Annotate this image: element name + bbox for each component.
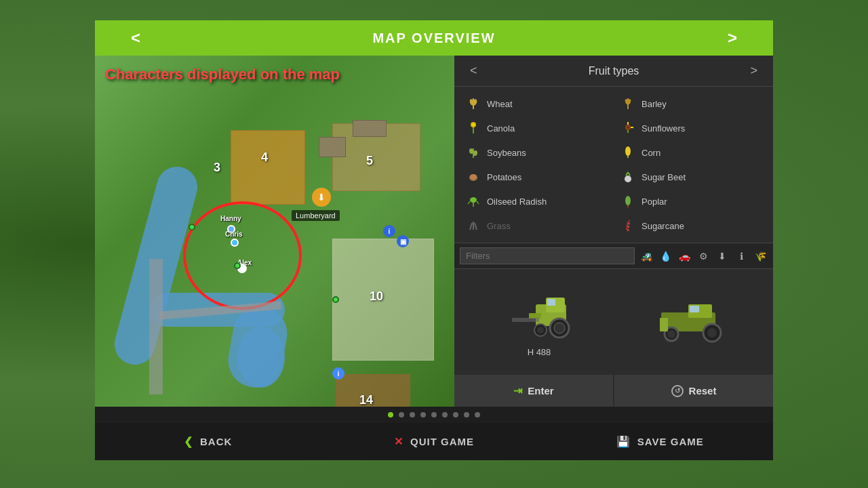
back-icon: ❮ bbox=[184, 435, 193, 448]
svg-line-33 bbox=[475, 223, 477, 230]
river-pool bbox=[237, 327, 285, 388]
fruit-item-soybeans[interactable]: Soybeans bbox=[460, 141, 613, 164]
filter-tractor-icon[interactable]: 🚜 bbox=[639, 249, 654, 264]
fruit-prev-button[interactable]: < bbox=[465, 64, 483, 78]
back-label: BACK bbox=[200, 436, 232, 447]
grass-icon bbox=[465, 218, 481, 234]
filter-field-icon[interactable]: 🌾 bbox=[753, 249, 768, 264]
save-icon: 💾 bbox=[616, 435, 631, 448]
fruit-item-barley[interactable]: Barley bbox=[614, 92, 768, 115]
field-label-4: 4 bbox=[261, 150, 268, 165]
svg-point-10 bbox=[627, 126, 629, 129]
map-background: Characters displayed on the map bbox=[95, 56, 454, 407]
page-dot-1[interactable] bbox=[388, 412, 393, 418]
filter-vehicle-icon[interactable]: 🚗 bbox=[677, 249, 692, 264]
info-marker-3: i bbox=[332, 367, 344, 380]
svg-line-23 bbox=[628, 172, 630, 176]
page-dot-5[interactable] bbox=[431, 412, 437, 418]
page-dot-9[interactable] bbox=[475, 412, 480, 418]
fruit-types-title: Fruit types bbox=[483, 65, 745, 77]
tractor-svg-1 bbox=[498, 287, 580, 342]
fruit-item-wheat[interactable]: Wheat bbox=[460, 92, 613, 115]
nav-prev-button[interactable]: < bbox=[95, 20, 176, 56]
oilseed-icon bbox=[465, 193, 481, 209]
filters-bar: 🚜 💧 🚗 ⚙ ⬇ ℹ 🌾 bbox=[454, 243, 773, 269]
chevron-left-icon: < bbox=[131, 28, 140, 47]
vehicle-item-1[interactable]: H 488 bbox=[498, 287, 580, 357]
vehicle-image-1 bbox=[498, 287, 580, 342]
sunflowers-icon bbox=[620, 120, 636, 136]
fruit-item-sugarcane[interactable]: Sugarcane bbox=[614, 214, 768, 237]
right-panel: < Fruit types > Wheat bbox=[454, 56, 773, 407]
page-dot-3[interactable] bbox=[410, 412, 415, 418]
svg-line-35 bbox=[627, 222, 628, 230]
svg-rect-44 bbox=[512, 318, 539, 322]
svg-point-42 bbox=[537, 327, 544, 333]
filter-info-icon[interactable]: ℹ bbox=[734, 249, 749, 264]
map-title: MAP OVERVIEW bbox=[176, 30, 692, 46]
svg-point-21 bbox=[470, 174, 477, 180]
svg-point-40 bbox=[554, 323, 565, 333]
svg-point-49 bbox=[707, 328, 717, 338]
page-dot-6[interactable] bbox=[442, 412, 448, 418]
green-dot-2 bbox=[234, 262, 241, 269]
fruit-name-wheat: Wheat bbox=[487, 99, 513, 109]
fruit-item-potatoes[interactable]: Potatoes bbox=[460, 165, 613, 188]
fruit-item-poplar[interactable]: Poplar bbox=[614, 190, 768, 213]
fruit-name-sunflowers: Sunflowers bbox=[642, 123, 685, 134]
fruit-name-corn: Corn bbox=[642, 148, 660, 158]
back-button[interactable]: ❮ BACK bbox=[95, 423, 321, 460]
field-label-14: 14 bbox=[359, 393, 373, 407]
reset-label: Reset bbox=[689, 385, 717, 396]
page-dot-8[interactable] bbox=[464, 412, 469, 418]
potatoes-icon bbox=[465, 169, 481, 185]
svg-point-26 bbox=[470, 197, 477, 203]
page-dot-4[interactable] bbox=[420, 412, 426, 418]
fruit-name-canola: Canola bbox=[487, 123, 515, 134]
bottom-bar: ❮ BACK ✕ QUIT GAME 💾 SAVE GAME bbox=[95, 423, 773, 460]
enter-button[interactable]: ⇥ Enter bbox=[454, 375, 613, 407]
page-dot-7[interactable] bbox=[453, 412, 458, 418]
filter-water-icon[interactable]: 💧 bbox=[658, 249, 673, 264]
title-bar: < MAP OVERVIEW > bbox=[95, 20, 773, 56]
field-label-10: 10 bbox=[370, 289, 383, 304]
wheat-icon bbox=[465, 96, 481, 112]
filters-input[interactable] bbox=[460, 247, 635, 264]
tractor-svg-2 bbox=[648, 292, 729, 346]
fruit-item-sugarbeet[interactable]: Sugar Beet bbox=[614, 165, 768, 188]
nav-next-button[interactable]: > bbox=[692, 20, 773, 56]
vehicle-item-2[interactable] bbox=[648, 292, 729, 352]
content-area: Characters displayed on the map bbox=[95, 56, 773, 407]
svg-line-28 bbox=[477, 201, 479, 204]
player-marker-2 bbox=[231, 239, 239, 247]
filter-gear-icon[interactable]: ⚙ bbox=[696, 249, 711, 264]
field-label-5: 5 bbox=[366, 154, 373, 168]
fruit-name-soybeans: Soybeans bbox=[487, 148, 526, 158]
quit-button[interactable]: ✕ QUIT GAME bbox=[321, 423, 547, 460]
enter-icon: ⇥ bbox=[513, 384, 522, 397]
reset-button[interactable]: ↺ Reset bbox=[614, 375, 773, 407]
fruit-name-poplar: Poplar bbox=[642, 197, 667, 207]
barley-icon bbox=[620, 96, 636, 112]
lumberyard-marker: ⬇ bbox=[312, 188, 331, 207]
svg-rect-47 bbox=[690, 306, 699, 312]
fruit-item-corn[interactable]: Corn bbox=[614, 141, 768, 164]
vehicle-label-1: H 488 bbox=[528, 347, 551, 357]
page-dot-2[interactable] bbox=[399, 412, 404, 418]
fruit-item-sunflowers[interactable]: Sunflowers bbox=[614, 117, 768, 140]
fruit-name-barley: Barley bbox=[642, 99, 667, 109]
save-button[interactable]: 💾 SAVE GAME bbox=[547, 423, 773, 460]
filter-download-icon[interactable]: ⬇ bbox=[715, 249, 730, 264]
chevron-left-icon: < bbox=[470, 64, 477, 77]
pagination bbox=[95, 407, 773, 423]
fruit-item-oilseed[interactable]: Oilseed Radish bbox=[460, 190, 613, 213]
fruit-next-button[interactable]: > bbox=[745, 64, 763, 78]
sugarcane-icon bbox=[620, 218, 636, 234]
vehicle-image-2 bbox=[648, 292, 729, 346]
field-4 bbox=[231, 130, 305, 205]
fruit-item-grass[interactable]: Grass bbox=[460, 214, 613, 237]
fruit-name-oilseed: Oilseed Radish bbox=[487, 197, 547, 207]
sugarbeet-icon bbox=[620, 169, 636, 185]
fruit-item-canola[interactable]: Canola bbox=[460, 117, 613, 140]
info-marker-1: i bbox=[383, 225, 395, 237]
